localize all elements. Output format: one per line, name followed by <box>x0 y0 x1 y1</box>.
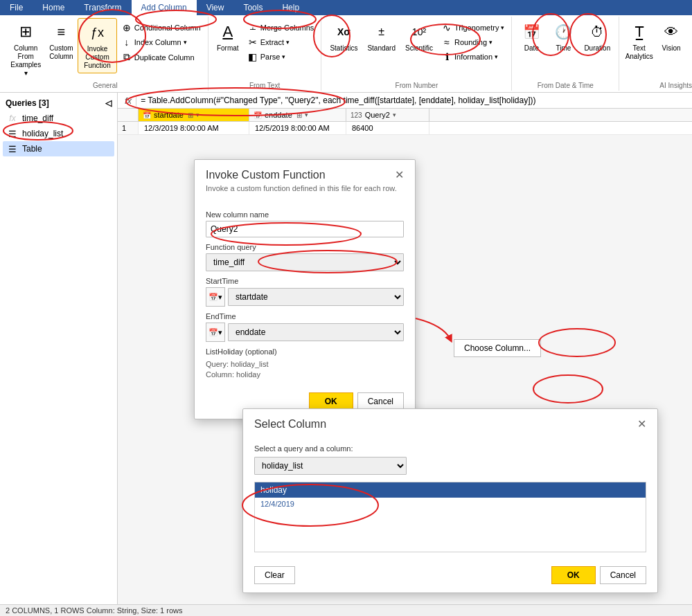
standard-label: Standard <box>367 44 396 53</box>
cell-startdate-1[interactable]: 12/3/2019 8:00:00 AM <box>139 122 249 134</box>
status-bar: 2 COLUMNS, 1 ROWS Column: String, Size: … <box>0 604 692 616</box>
ai-buttons: T̲ TextAnalytics 👁 Vision ⚗ Azure Machin… <box>623 18 692 80</box>
end-time-select[interactable]: enddate <box>228 323 404 341</box>
invoke-modal-title: Invoke Custom Function <box>206 169 326 181</box>
duplicate-column-label: Duplicate Column <box>134 53 195 62</box>
select-cancel-button[interactable]: Cancel <box>600 566 646 584</box>
select-modal-close-button[interactable]: ✕ <box>637 417 646 431</box>
start-time-label: StartTime <box>206 277 404 285</box>
tab-file[interactable]: File <box>0 0 33 15</box>
duration-icon: ⏱ <box>586 21 608 43</box>
statistics-button[interactable]: Xσ Statistics <box>326 18 362 55</box>
scientific-button[interactable]: 10² Scientific <box>401 18 437 55</box>
ribbon-group-ai: T̲ TextAnalytics 👁 Vision ⚗ Azure Machin… <box>619 17 692 91</box>
startdate-dropdown[interactable]: ▾ <box>196 111 199 118</box>
end-time-type-btn[interactable]: 📅▾ <box>206 323 225 342</box>
table-area: 📅 startdate ⊞ ▾ 📅 enddate ⊞ ▾ 123 Query2… <box>118 109 692 135</box>
vision-icon: 👁 <box>660 21 682 43</box>
from-number-small-buttons: ∿ Trigonometry ▾ ≈ Rounding ▾ ℹ Informat… <box>438 21 507 64</box>
column-list-header: holiday <box>255 482 646 498</box>
sidebar-item-time-diff[interactable]: fx time_diff <box>3 111 114 126</box>
information-icon: ℹ <box>441 51 452 62</box>
tab-transform[interactable]: Transform <box>74 0 131 15</box>
sidebar: Queries [3] ◁ fx time_diff ☰ holiday_lis… <box>0 93 118 616</box>
cell-enddate-1[interactable]: 12/5/2019 8:00:00 AM <box>249 122 346 134</box>
date-button[interactable]: 📅 Date <box>516 18 547 55</box>
choose-column-button[interactable]: Choose Column... <box>454 339 541 357</box>
ribbon-group-general: ⊞ Column FromExamples ▾ ≡ CustomColumn ƒ… <box>3 17 209 91</box>
text-analytics-icon: T̲ <box>628 21 650 43</box>
col-header-enddate[interactable]: 📅 enddate ⊞ ▾ <box>249 109 346 121</box>
tab-help[interactable]: Help <box>272 0 309 15</box>
merge-columns-button[interactable]: ⫠ Merge Columns <box>245 21 317 35</box>
vision-button[interactable]: 👁 Vision <box>656 18 686 55</box>
extract-label: Extract <box>260 38 284 46</box>
trigonometry-label: Trigonometry <box>454 24 499 32</box>
ribbon-content: ⊞ Column FromExamples ▾ ≡ CustomColumn ƒ… <box>0 15 692 92</box>
enddate-dropdown[interactable]: ▾ <box>305 111 308 118</box>
information-label: Information <box>454 53 493 61</box>
format-button[interactable]: A Format <box>213 18 243 55</box>
start-time-select[interactable]: startdate <box>228 288 404 306</box>
custom-column-label: CustomColumn <box>49 44 73 61</box>
time-button[interactable]: 🕐 Time <box>548 18 578 55</box>
azure-ml-button[interactable]: ⚗ Azure MachineLearning <box>688 18 692 72</box>
footer-spacer <box>299 566 547 584</box>
select-clear-button[interactable]: Clear <box>254 566 295 584</box>
invoke-modal-close-button[interactable]: ✕ <box>395 168 404 181</box>
query2-dropdown[interactable]: ▾ <box>393 111 396 118</box>
col-header-query2[interactable]: 123 Query2 ▾ <box>346 109 429 121</box>
column-label-text: Column: <box>206 370 234 379</box>
rounding-button[interactable]: ≈ Rounding ▾ <box>438 35 507 49</box>
information-button[interactable]: ℹ Information ▾ <box>438 50 507 64</box>
query2-header-label: Query2 <box>365 111 390 119</box>
from-text-group-label: From Text <box>249 80 280 89</box>
column-from-examples-label: Column FromExamples ▾ <box>10 44 41 78</box>
invoke-custom-function-modal: Invoke Custom Function ✕ Invoke a custom… <box>194 159 416 419</box>
select-query-select[interactable]: holiday_list <box>254 457 407 475</box>
conditional-column-button[interactable]: ⊕ Conditional Column <box>118 21 204 35</box>
formula-bar: fx <box>118 93 692 109</box>
function-query-select[interactable]: time_diff <box>206 253 404 271</box>
parse-button[interactable]: ◧ Parse ▾ <box>245 50 317 64</box>
standard-icon: ± <box>371 21 393 43</box>
list-holiday-column: Column: holiday <box>206 370 269 379</box>
format-icon: A <box>217 21 239 43</box>
tab-view[interactable]: View <box>197 0 234 15</box>
formula-bar-input[interactable] <box>139 94 689 107</box>
from-text-buttons: A Format ⫠ Merge Columns ✂ Extract ▾ ◧ <box>213 18 317 80</box>
vision-label: Vision <box>662 44 681 53</box>
select-modal-title: Select Column <box>254 418 326 431</box>
duration-button[interactable]: ⏱ Duration <box>580 18 614 55</box>
trigonometry-button[interactable]: ∿ Trigonometry ▾ <box>438 21 507 35</box>
standard-button[interactable]: ± Standard <box>363 18 400 55</box>
enddate-expand[interactable]: ⊞ <box>296 111 302 119</box>
column-value-text: holiday <box>236 370 260 379</box>
custom-column-button[interactable]: ≡ CustomColumn <box>46 18 76 64</box>
index-column-button[interactable]: ↓ Index Column ▾ <box>118 35 204 49</box>
column-list-item[interactable]: 12/4/2019 <box>255 498 646 510</box>
from-text-small-buttons: ⫠ Merge Columns ✂ Extract ▾ ◧ Parse ▾ <box>245 21 317 64</box>
tab-tools[interactable]: Tools <box>233 0 272 15</box>
index-column-chevron: ▾ <box>184 39 187 46</box>
start-time-type-btn[interactable]: 📅▾ <box>206 287 225 307</box>
new-column-name-input[interactable] <box>206 221 404 237</box>
list-holiday-label-text: ListHoliday (optional) <box>206 347 277 356</box>
col-header-startdate[interactable]: 📅 startdate ⊞ ▾ <box>139 109 249 121</box>
sidebar-item-holiday-list[interactable]: ☰ holiday_list <box>3 126 114 141</box>
rounding-chevron: ▾ <box>489 39 493 46</box>
column-from-examples-button[interactable]: ⊞ Column FromExamples ▾ <box>7 18 44 80</box>
duplicate-column-button[interactable]: ⧉ Duplicate Column <box>118 50 204 64</box>
time-icon: 🕐 <box>552 21 574 43</box>
startdate-expand[interactable]: ⊞ <box>188 111 193 119</box>
select-ok-button[interactable]: OK <box>551 566 596 584</box>
tab-home[interactable]: Home <box>33 0 74 15</box>
sidebar-item-table[interactable]: ☰ Table <box>3 141 114 156</box>
text-analytics-button[interactable]: T̲ TextAnalytics <box>623 18 655 64</box>
sidebar-collapse-icon[interactable]: ◁ <box>105 98 112 108</box>
invoke-custom-function-button[interactable]: ƒx Invoke CustomFunction <box>78 18 116 73</box>
tab-add-column[interactable]: Add Column <box>132 0 197 15</box>
cell-query2-1: 86400 <box>346 122 429 134</box>
extract-button[interactable]: ✂ Extract ▾ <box>245 35 317 49</box>
list-holiday-label: ListHoliday (optional) <box>206 347 404 356</box>
